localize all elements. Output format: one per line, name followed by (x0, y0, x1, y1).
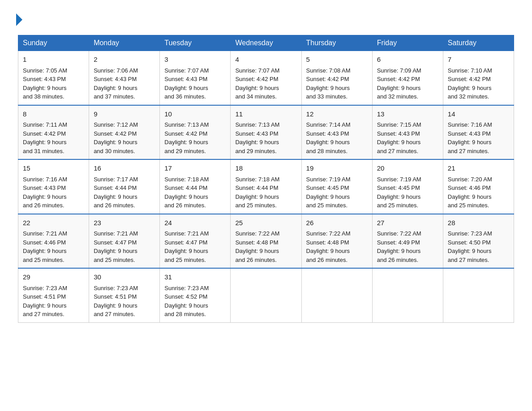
daylight-label: Daylight: 9 hours (448, 248, 492, 254)
sunrise-label: Sunrise: 7:23 AM (448, 230, 492, 237)
day-header-sunday: Sunday (18, 35, 89, 51)
daylight-minutes: and 38 minutes. (23, 93, 64, 100)
sunset-label: Sunset: 4:51 PM (23, 293, 66, 300)
daylight-label: Daylight: 9 hours (23, 139, 67, 146)
sunset-label: Sunset: 4:42 PM (235, 76, 278, 82)
daylight-label: Daylight: 9 hours (23, 302, 67, 309)
day-number: 25 (235, 218, 296, 228)
sunrise-label: Sunrise: 7:15 AM (377, 121, 421, 128)
daylight-minutes: and 29 minutes. (164, 148, 206, 154)
day-number: 22 (23, 218, 84, 228)
day-number: 27 (377, 218, 438, 228)
sunrise-label: Sunrise: 7:19 AM (306, 176, 351, 183)
calendar-day-cell (372, 268, 443, 322)
calendar-day-cell: 4Sunrise: 7:07 AMSunset: 4:42 PMDaylight… (231, 51, 301, 105)
day-header-saturday: Saturday (443, 35, 514, 51)
day-number: 24 (164, 218, 226, 228)
daylight-minutes: and 31 minutes. (23, 148, 64, 154)
sunset-label: Sunset: 4:49 PM (377, 239, 420, 246)
sunset-label: Sunset: 4:42 PM (23, 130, 66, 137)
day-header-thursday: Thursday (301, 35, 372, 51)
day-number: 15 (23, 163, 84, 174)
sunset-label: Sunset: 4:44 PM (164, 184, 207, 191)
day-number: 4 (235, 55, 296, 65)
sunset-label: Sunset: 4:43 PM (23, 76, 66, 82)
calendar-day-cell: 18Sunrise: 7:18 AMSunset: 4:44 PMDayligh… (231, 159, 301, 214)
day-number: 20 (377, 163, 438, 174)
daylight-minutes: and 33 minutes. (306, 93, 348, 100)
sunrise-label: Sunrise: 7:09 AM (377, 67, 421, 74)
calendar-day-cell (301, 268, 372, 322)
sunset-label: Sunset: 4:44 PM (94, 184, 137, 191)
daylight-minutes: and 27 minutes. (377, 148, 419, 154)
daylight-minutes: and 27 minutes. (448, 257, 489, 263)
daylight-minutes: and 26 minutes. (306, 257, 348, 263)
sunrise-label: Sunrise: 7:22 AM (377, 230, 421, 237)
sunset-label: Sunset: 4:43 PM (235, 130, 278, 137)
daylight-minutes: and 32 minutes. (377, 93, 419, 100)
sunset-label: Sunset: 4:42 PM (448, 76, 491, 82)
day-number: 8 (23, 109, 84, 120)
calendar-day-cell: 9Sunrise: 7:12 AMSunset: 4:42 PMDaylight… (89, 105, 160, 160)
daylight-minutes: and 25 minutes. (377, 202, 419, 209)
daylight-label: Daylight: 9 hours (306, 139, 350, 146)
daylight-minutes: and 25 minutes. (23, 257, 64, 263)
sunrise-label: Sunrise: 7:21 AM (23, 230, 67, 237)
sunrise-label: Sunrise: 7:11 AM (23, 121, 67, 128)
calendar-day-cell: 23Sunrise: 7:21 AMSunset: 4:47 PMDayligh… (89, 214, 160, 269)
sunset-label: Sunset: 4:48 PM (235, 239, 278, 246)
sunset-label: Sunset: 4:45 PM (306, 184, 349, 191)
calendar-day-cell: 22Sunrise: 7:21 AMSunset: 4:46 PMDayligh… (18, 214, 89, 269)
daylight-label: Daylight: 9 hours (377, 139, 421, 146)
sunset-label: Sunset: 4:45 PM (377, 184, 420, 191)
daylight-label: Daylight: 9 hours (235, 248, 279, 254)
sunrise-label: Sunrise: 7:10 AM (448, 67, 492, 74)
sunset-label: Sunset: 4:43 PM (448, 130, 491, 137)
day-number: 28 (448, 218, 509, 228)
sunset-label: Sunset: 4:42 PM (377, 76, 420, 82)
daylight-minutes: and 30 minutes. (94, 148, 135, 154)
sunrise-label: Sunrise: 7:16 AM (23, 176, 67, 183)
sunset-label: Sunset: 4:46 PM (23, 239, 66, 246)
sunrise-label: Sunrise: 7:22 AM (235, 230, 279, 237)
sunset-label: Sunset: 4:47 PM (94, 239, 137, 246)
calendar-table: SundayMondayTuesdayWednesdayThursdayFrid… (18, 35, 514, 323)
daylight-minutes: and 36 minutes. (164, 93, 206, 100)
calendar-day-cell: 10Sunrise: 7:13 AMSunset: 4:42 PMDayligh… (160, 105, 231, 160)
daylight-minutes: and 29 minutes. (235, 148, 277, 154)
daylight-label: Daylight: 9 hours (235, 193, 279, 200)
daylight-label: Daylight: 9 hours (23, 248, 67, 254)
sunset-label: Sunset: 4:43 PM (23, 184, 66, 191)
day-number: 9 (94, 109, 155, 120)
sunrise-label: Sunrise: 7:07 AM (235, 67, 279, 74)
sunrise-label: Sunrise: 7:05 AM (23, 67, 67, 74)
daylight-label: Daylight: 9 hours (94, 248, 137, 254)
daylight-label: Daylight: 9 hours (448, 193, 492, 200)
sunset-label: Sunset: 4:51 PM (94, 293, 137, 300)
logo (18, 13, 22, 26)
calendar-day-cell: 31Sunrise: 7:23 AMSunset: 4:52 PMDayligh… (160, 268, 231, 322)
day-number: 23 (94, 218, 155, 228)
page-header (18, 13, 514, 26)
day-number: 16 (94, 163, 155, 174)
logo-wrapper (18, 13, 22, 26)
daylight-label: Daylight: 9 hours (306, 85, 350, 91)
calendar-day-cell: 11Sunrise: 7:13 AMSunset: 4:43 PMDayligh… (231, 105, 301, 160)
calendar-week-row: 1Sunrise: 7:05 AMSunset: 4:43 PMDaylight… (18, 51, 514, 105)
sunrise-label: Sunrise: 7:19 AM (377, 176, 421, 183)
daylight-label: Daylight: 9 hours (235, 139, 279, 146)
daylight-label: Daylight: 9 hours (164, 85, 208, 91)
calendar-week-row: 22Sunrise: 7:21 AMSunset: 4:46 PMDayligh… (18, 214, 514, 269)
day-number: 12 (306, 109, 368, 120)
calendar-day-cell: 15Sunrise: 7:16 AMSunset: 4:43 PMDayligh… (18, 159, 89, 214)
daylight-label: Daylight: 9 hours (306, 193, 350, 200)
sunrise-label: Sunrise: 7:12 AM (94, 121, 138, 128)
daylight-minutes: and 26 minutes. (94, 202, 135, 209)
calendar-day-cell: 1Sunrise: 7:05 AMSunset: 4:43 PMDaylight… (18, 51, 89, 105)
daylight-label: Daylight: 9 hours (448, 139, 492, 146)
sunrise-label: Sunrise: 7:13 AM (235, 121, 279, 128)
calendar-day-cell: 16Sunrise: 7:17 AMSunset: 4:44 PMDayligh… (89, 159, 160, 214)
day-number: 29 (23, 272, 84, 283)
calendar-header-row: SundayMondayTuesdayWednesdayThursdayFrid… (18, 35, 514, 51)
sunrise-label: Sunrise: 7:23 AM (23, 285, 67, 291)
